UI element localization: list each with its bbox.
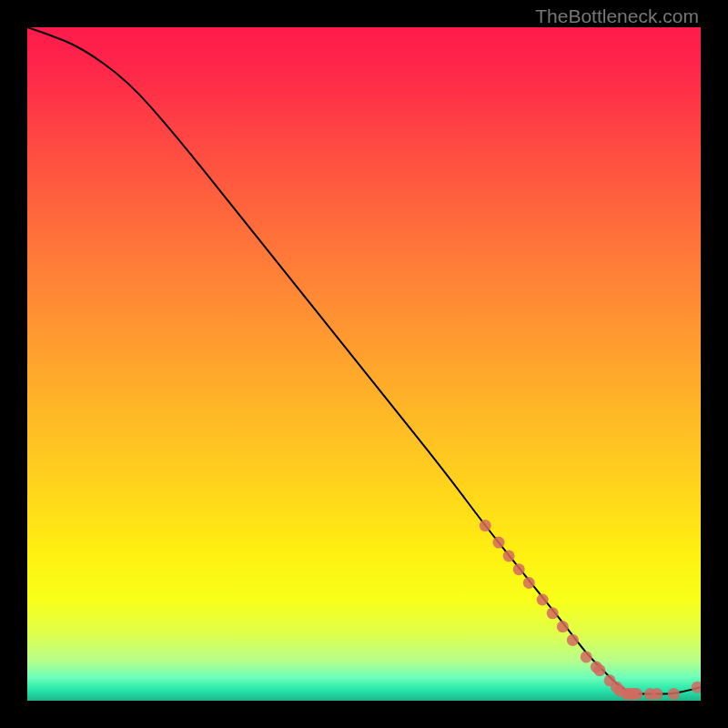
highlight-marker bbox=[692, 682, 701, 693]
highlight-marker bbox=[513, 563, 525, 575]
highlight-marker bbox=[668, 688, 680, 700]
highlight-marker bbox=[594, 664, 606, 676]
highlight-marker bbox=[547, 607, 559, 619]
highlight-marker bbox=[493, 537, 505, 549]
highlight-marker bbox=[537, 594, 549, 606]
watermark-text: TheBottleneck.com bbox=[535, 5, 699, 27]
chart-curve bbox=[27, 27, 701, 701]
highlight-marker bbox=[480, 520, 491, 531]
highlight-marker bbox=[557, 621, 569, 632]
highlight-marker bbox=[631, 688, 642, 700]
highlight-marker bbox=[581, 651, 592, 662]
highlight-marker bbox=[503, 550, 515, 561]
highlight-marker bbox=[523, 577, 535, 589]
highlight-marker bbox=[651, 688, 662, 700]
highlight-marker bbox=[567, 634, 579, 646]
plot-area bbox=[27, 27, 701, 701]
